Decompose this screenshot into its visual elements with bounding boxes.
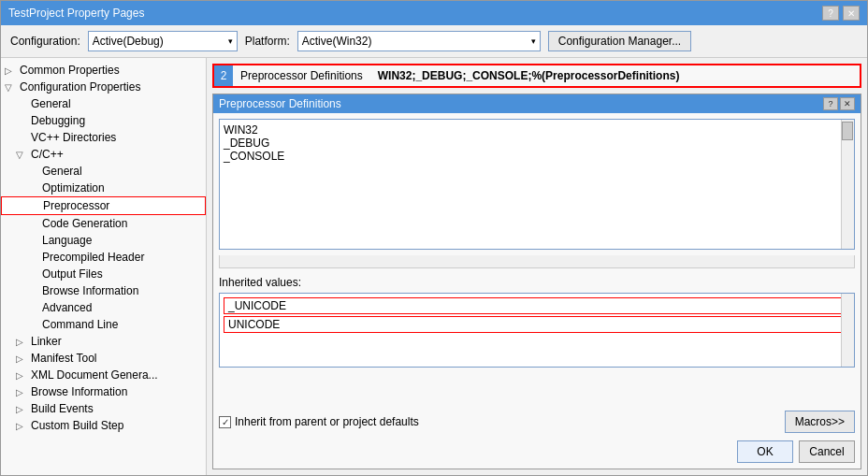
sidebar-label-general: General (31, 97, 71, 110)
inherited-area-rel: _UNICODEUNICODE (219, 293, 855, 368)
sidebar-label-xml-doc: XML Document Genera... (31, 368, 158, 382)
inherit-checkbox[interactable]: ✓ (219, 416, 231, 428)
sidebar-item-linker[interactable]: ▷Linker (1, 333, 206, 350)
help-button[interactable]: ? (822, 6, 839, 21)
dialog-controls: ? ✕ (823, 97, 855, 110)
sidebar-item-precompiled[interactable]: Precompiled Header (1, 249, 206, 266)
sidebar-label-browse-info2: Browse Information (31, 385, 127, 398)
sidebar-label-manifest-tool: Manifest Tool (31, 352, 96, 365)
expander-browse-info2[interactable]: ▷ (16, 387, 27, 397)
inherit-checkbox-label: Inherit from parent or project defaults (235, 415, 419, 428)
sidebar-item-custom-build[interactable]: ▷Custom Build Step (1, 417, 206, 434)
platform-label: Platform: (245, 35, 290, 48)
inherited-wrapper: _UNICODEUNICODE (219, 293, 855, 399)
sidebar-item-advanced[interactable]: Advanced (1, 299, 206, 316)
sidebar-item-cpp[interactable]: ▽C/C++ (1, 146, 206, 163)
sidebar-label-cpp-general: General (42, 165, 82, 178)
config-row: Configuration: Active(Debug) ▾ Platform:… (1, 25, 867, 58)
sidebar-label-output-files: Output Files (42, 267, 103, 281)
definitions-scrollbar[interactable] (841, 120, 854, 249)
dialog-help-button[interactable]: ? (823, 97, 838, 110)
sidebar-item-manifest-tool[interactable]: ▷Manifest Tool (1, 350, 206, 367)
sidebar-item-vcpp-dirs[interactable]: VC++ Directories (1, 129, 206, 146)
sidebar-label-precompiled: Precompiled Header (42, 251, 144, 264)
sidebar-label-cpp: C/C++ (31, 148, 64, 161)
dialog-box: Preprocessor Definitions ? ✕ WIN32_DEBUG… (212, 94, 861, 469)
inherit-checkbox-row: ✓ Inherit from parent or project default… (219, 415, 419, 428)
sidebar-item-build-events[interactable]: ▷Build Events (1, 400, 206, 417)
sidebar-item-code-gen[interactable]: Code Generation (1, 215, 206, 232)
inherited-scrollbar[interactable] (841, 294, 854, 367)
horiz-scrollbar[interactable] (219, 255, 855, 268)
config-dropdown-arrow: ▾ (228, 36, 233, 46)
platform-value: Active(Win32) (302, 35, 372, 48)
window-controls: ? ✕ (822, 6, 860, 21)
property-header: 2 Preprocessor Definitions WIN32;_DEBUG;… (212, 64, 861, 88)
expander-manifest-tool[interactable]: ▷ (16, 353, 27, 364)
prop-value: WIN32;_DEBUG;_CONSOLE;%(PreprocessorDefi… (370, 65, 860, 86)
main-window: TestProject Property Pages ? ✕ Configura… (0, 0, 868, 476)
inherited-label: Inherited values: (219, 276, 855, 289)
inherited-area: _UNICODEUNICODE (219, 293, 855, 368)
platform-select[interactable]: Active(Win32) ▾ (297, 31, 541, 51)
sidebar-label-preprocessor: Preprocessor (43, 199, 109, 212)
config-manager-button[interactable]: Configuration Manager... (548, 31, 691, 51)
sidebar-item-cmdline[interactable]: Command Line (1, 316, 206, 333)
cancel-button[interactable]: Cancel (799, 440, 855, 463)
sidebar-item-optimization[interactable]: Optimization (1, 180, 206, 196)
sidebar-label-debugging: Debugging (31, 114, 85, 127)
sidebar-label-advanced: Advanced (42, 301, 92, 314)
bottom-row: ✓ Inherit from parent or project default… (219, 411, 855, 433)
sidebar-label-build-events: Build Events (31, 402, 94, 415)
inherited-lines: _UNICODEUNICODE (224, 297, 850, 333)
definitions-lines: WIN32_DEBUG_CONSOLE (224, 123, 850, 163)
sidebar-item-cpp-general[interactable]: General (1, 163, 206, 180)
expander-build-events[interactable]: ▷ (16, 404, 27, 414)
sidebar-label-browse-info: Browse Information (42, 284, 138, 297)
prop-number: 2 (214, 65, 233, 86)
definitions-area[interactable]: WIN32_DEBUG_CONSOLE (219, 119, 855, 250)
sidebar-item-browse-info[interactable]: Browse Information (1, 282, 206, 299)
sidebar-label-common-props: Common Properties (20, 64, 120, 77)
platform-dropdown-arrow: ▾ (531, 36, 536, 46)
sidebar-item-browse-info2[interactable]: ▷Browse Information (1, 383, 206, 400)
dialog-title-bar: Preprocessor Definitions ? ✕ (213, 94, 861, 113)
expander-xml-doc[interactable]: ▷ (16, 370, 27, 381)
sidebar-item-output-files[interactable]: Output Files (1, 266, 206, 282)
window-title: TestProject Property Pages (8, 7, 144, 20)
sidebar-item-debugging[interactable]: Debugging (1, 112, 206, 129)
sidebar-label-code-gen: Code Generation (42, 217, 127, 230)
definition-item: _CONSOLE (224, 150, 850, 163)
definitions-scroll-thumb[interactable] (842, 122, 853, 140)
sidebar-item-common-props[interactable]: ▷Common Properties (1, 62, 206, 79)
main-content: ▷Common Properties▽Configuration Propert… (1, 58, 867, 475)
macros-button[interactable]: Macros>> (785, 411, 855, 433)
expander-linker[interactable]: ▷ (16, 337, 27, 347)
sidebar-item-language[interactable]: Language (1, 232, 206, 249)
sidebar-label-linker: Linker (31, 335, 62, 348)
config-label: Configuration: (10, 35, 80, 48)
sidebar-item-config-props[interactable]: ▽Configuration Properties (1, 79, 206, 95)
dialog-close-button[interactable]: ✕ (840, 97, 855, 110)
sidebar-item-general[interactable]: General (1, 95, 206, 112)
definition-item: _DEBUG (224, 137, 850, 150)
config-select[interactable]: Active(Debug) ▾ (88, 31, 238, 51)
prop-name: Preprocessor Definitions (233, 65, 370, 86)
config-value: Active(Debug) (93, 35, 164, 48)
sidebar-item-xml-doc[interactable]: ▷XML Document Genera... (1, 367, 206, 383)
dialog-body: WIN32_DEBUG_CONSOLE Inherited values: _U… (213, 113, 861, 469)
sidebar-label-optimization: Optimization (42, 181, 105, 195)
definition-item: WIN32 (224, 123, 850, 137)
sidebar-item-preprocessor[interactable]: Preprocessor (1, 196, 206, 215)
right-panel: 2 Preprocessor Definitions WIN32;_DEBUG;… (207, 58, 867, 475)
expander-custom-build[interactable]: ▷ (16, 421, 27, 431)
close-button[interactable]: ✕ (843, 6, 860, 21)
sidebar-label-vcpp-dirs: VC++ Directories (31, 131, 116, 144)
dialog-title: Preprocessor Definitions (219, 97, 341, 110)
ok-button[interactable]: OK (737, 440, 793, 463)
expander-config-props[interactable]: ▽ (5, 82, 16, 93)
sidebar-label-custom-build: Custom Build Step (31, 419, 123, 432)
expander-cpp[interactable]: ▽ (16, 150, 27, 160)
expander-common-props[interactable]: ▷ (5, 65, 16, 76)
sidebar-label-config-props: Configuration Properties (20, 80, 140, 94)
